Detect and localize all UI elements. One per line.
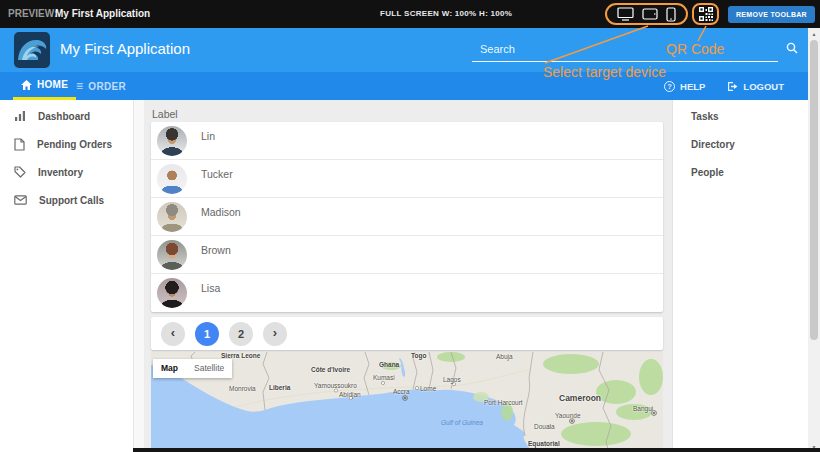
map-label: Abuja xyxy=(496,353,513,360)
map-label: Togo xyxy=(411,352,426,359)
main-content: Label Lin Tucker Madison Brown Lisa xyxy=(145,100,672,452)
map-type-control: Map Satellite xyxy=(153,359,232,378)
preview-app-name: My First Application xyxy=(55,8,150,19)
person-name: Lin xyxy=(201,130,215,142)
app-preview-window: PREVIEW: My First Application FULL SCREE… xyxy=(0,0,820,452)
person-name: Madison xyxy=(201,206,241,218)
phone-icon[interactable] xyxy=(666,7,676,22)
avatar xyxy=(157,164,187,194)
avatar xyxy=(157,202,187,232)
tab-home[interactable]: HOME xyxy=(13,72,76,100)
sidebar-item-directory[interactable]: Directory xyxy=(673,130,809,158)
pagination-prev-button[interactable]: ‹ xyxy=(161,322,185,346)
sidebar-item-label: Directory xyxy=(691,139,735,150)
pagination-page-2[interactable]: 2 xyxy=(229,322,253,346)
search-placeholder: Search xyxy=(480,43,515,55)
pagination: ‹ 1 2 › xyxy=(151,317,663,350)
sidebar-item-people[interactable]: People xyxy=(673,158,809,186)
list-item[interactable]: Tucker xyxy=(151,160,663,198)
pagination-page-1[interactable]: 1 xyxy=(195,322,219,346)
app-navbar: HOME ≡ ORDER ? HELP LOGOUT xyxy=(0,72,808,100)
tag-icon xyxy=(14,166,26,178)
search-input[interactable]: Search xyxy=(472,40,778,62)
tab-order-label: ORDER xyxy=(88,81,126,92)
envelope-icon xyxy=(14,195,27,205)
list-icon: ≡ xyxy=(76,79,83,93)
help-link[interactable]: ? HELP xyxy=(664,81,705,92)
logout-link[interactable]: LOGOUT xyxy=(727,81,784,92)
list-item[interactable]: Lisa xyxy=(151,274,663,312)
app-logo-icon xyxy=(14,32,50,68)
device-selector-highlight xyxy=(605,3,688,25)
sidebar-item-label: Pending Orders xyxy=(37,139,112,150)
page-scrollbar[interactable]: ▲ ▼ xyxy=(808,28,820,452)
help-icon: ? xyxy=(664,81,675,92)
app-title: My First Application xyxy=(60,40,190,57)
sidebar-item-label: Dashboard xyxy=(38,111,90,122)
scrollbar-thumb[interactable] xyxy=(810,40,818,340)
document-icon xyxy=(14,138,25,151)
list-item[interactable]: Lin xyxy=(151,122,663,160)
map-label: Cameroon xyxy=(559,393,601,403)
tab-order[interactable]: ≡ ORDER xyxy=(68,72,134,100)
logout-icon xyxy=(727,81,738,92)
sidebar-item-tasks[interactable]: Tasks xyxy=(673,102,809,130)
map-type-satellite-button[interactable]: Satellite xyxy=(186,359,232,378)
right-sidebar: Tasks Directory People xyxy=(672,100,808,452)
map-label: Abidjan xyxy=(339,391,361,398)
content-scrollbar-track[interactable] xyxy=(133,100,145,452)
map-label: Liberia xyxy=(269,384,290,391)
pagination-next-button[interactable]: › xyxy=(263,322,287,346)
sidebar-item-pending-orders[interactable]: Pending Orders xyxy=(0,130,133,158)
map-label: Douala xyxy=(534,423,555,430)
window-bottom-edge xyxy=(133,448,820,452)
map-label: Yamoussoukro xyxy=(314,382,357,389)
preview-label: PREVIEW: xyxy=(8,8,57,19)
list-item[interactable]: Madison xyxy=(151,198,663,236)
remove-toolbar-button[interactable]: REMOVE TOOLBAR xyxy=(728,6,815,23)
scroll-up-icon[interactable]: ▲ xyxy=(808,31,820,37)
tablet-icon[interactable] xyxy=(642,8,658,20)
list-header: Label xyxy=(152,108,178,120)
map-label: Lagos xyxy=(443,376,461,383)
help-label: HELP xyxy=(680,81,705,92)
fullscreen-size-label: FULL SCREEN W: 100% H: 100% xyxy=(380,9,512,18)
avatar xyxy=(157,278,187,308)
sidebar-item-support-calls[interactable]: Support Calls xyxy=(0,186,133,214)
map-label: Bangui xyxy=(633,405,653,412)
sidebar-item-label: Support Calls xyxy=(39,195,104,206)
map-view[interactable]: Sierra Leone Côte d'Ivoire Ghana Togo Ab… xyxy=(151,352,663,452)
qr-code-icon[interactable] xyxy=(699,7,713,21)
qr-code-highlight xyxy=(692,3,719,25)
sidebar-item-dashboard[interactable]: Dashboard xyxy=(0,102,133,130)
search-icon[interactable] xyxy=(786,42,798,54)
sidebar-item-label: Inventory xyxy=(38,167,83,178)
bar-chart-icon xyxy=(14,110,26,122)
map-label: Kumasi xyxy=(373,374,395,381)
chevron-right-icon: › xyxy=(273,325,277,342)
left-sidebar: Dashboard Pending Orders Inventory Suppo… xyxy=(0,100,133,452)
home-icon xyxy=(21,80,32,90)
map-label: Accra xyxy=(393,388,410,395)
chevron-left-icon: ‹ xyxy=(171,325,175,342)
logout-label: LOGOUT xyxy=(743,81,784,92)
map-label: Lome xyxy=(420,385,436,392)
map-type-map-button[interactable]: Map xyxy=(153,359,186,378)
map-label: Yaounde xyxy=(555,412,581,419)
avatar xyxy=(157,240,187,270)
preview-toolbar: PREVIEW: My First Application FULL SCREE… xyxy=(0,0,820,28)
desktop-icon[interactable] xyxy=(617,7,634,21)
person-name: Lisa xyxy=(201,282,220,294)
map-label: Sierra Leone xyxy=(221,352,260,359)
map-label: Ghana xyxy=(379,361,399,368)
tab-home-label: HOME xyxy=(37,79,68,90)
map-label: Côte d'Ivoire xyxy=(311,366,350,373)
sidebar-item-label: Tasks xyxy=(691,111,719,122)
sidebar-item-inventory[interactable]: Inventory xyxy=(0,158,133,186)
person-name: Brown xyxy=(201,244,231,256)
map-label: Equatorial xyxy=(528,440,560,447)
avatar xyxy=(157,126,187,156)
list-item[interactable]: Brown xyxy=(151,236,663,274)
map-label: Port Harcourt xyxy=(484,399,523,406)
sidebar-item-label: People xyxy=(691,167,724,178)
